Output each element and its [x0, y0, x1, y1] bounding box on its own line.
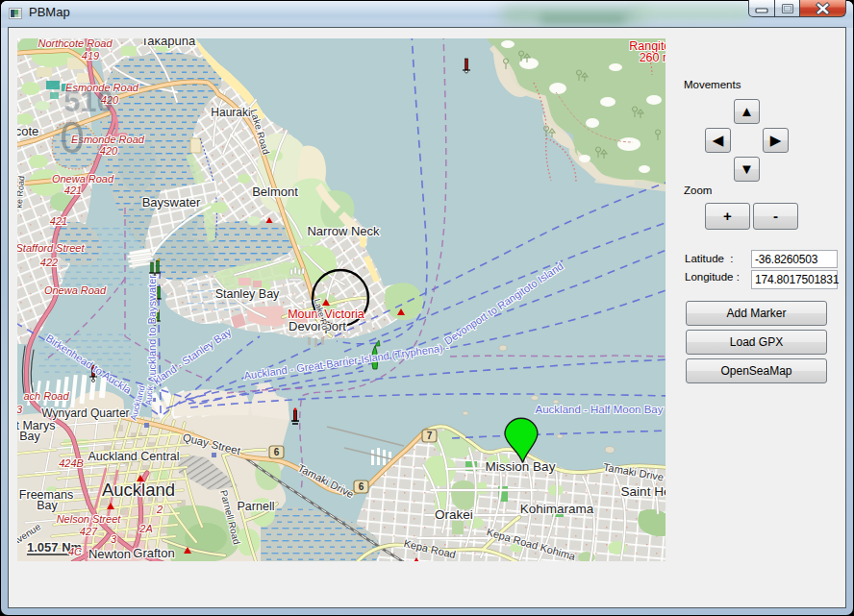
svg-text:Saint Hel: Saint Hel [621, 484, 666, 499]
svg-text:Stafford Street: Stafford Street [17, 242, 85, 254]
svg-text:424B: 424B [59, 457, 84, 469]
svg-text:Onewa Road: Onewa Road [52, 173, 114, 185]
svg-text:421: 421 [64, 185, 82, 196]
svg-text:Newton: Newton [88, 547, 131, 561]
svg-text:ach Road: ach Road [23, 390, 69, 402]
svg-text:Auckland to Bayswater: Auckland to Bayswater [146, 275, 158, 382]
svg-text:7: 7 [427, 431, 433, 441]
svg-text:427: 427 [80, 526, 98, 537]
svg-text:4C: 4C [68, 546, 82, 557]
svg-text:Auckland - Half Moon Bay: Auckland - Half Moon Bay [536, 404, 664, 415]
svg-text:cote: cote [17, 124, 38, 138]
svg-text:Bay: Bay [37, 499, 58, 512]
svg-text:Onewa Road: Onewa Road [44, 284, 107, 296]
svg-text:260 m: 260 m [640, 51, 666, 64]
svg-text:Hauraki: Hauraki [211, 106, 250, 119]
svg-text:422: 422 [40, 257, 58, 268]
svg-text:6: 6 [359, 481, 364, 492]
svg-text:Nelson Street: Nelson Street [57, 513, 122, 525]
svg-text:Stanley Bay: Stanley Bay [215, 287, 280, 301]
svg-text:Auckland: Auckland [102, 480, 175, 500]
svg-text:Narrow Neck: Narrow Neck [307, 224, 380, 238]
svg-text:Belmont: Belmont [252, 185, 298, 199]
svg-text:419: 419 [82, 50, 99, 62]
svg-text:2: 2 [156, 504, 163, 515]
svg-text:Auckland Central: Auckland Central [88, 450, 179, 463]
svg-text:Wynyard Quarter: Wynyard Quarter [41, 407, 129, 420]
svg-text:3: 3 [17, 404, 23, 415]
svg-text:Northcote Road: Northcote Road [38, 38, 113, 49]
svg-text:Bay: Bay [19, 430, 40, 443]
svg-text:Orakei: Orakei [435, 507, 473, 522]
svg-text:Parnell: Parnell [238, 500, 275, 513]
svg-text:Devonport: Devonport [289, 319, 346, 333]
svg-text:0: 0 [60, 112, 85, 162]
svg-text:Mission Bay: Mission Bay [486, 459, 556, 474]
svg-text:Takapuna: Takapuna [141, 38, 196, 48]
svg-text:420: 420 [100, 145, 118, 157]
svg-text:Auck: Auck [143, 385, 155, 406]
svg-text:Bayswater: Bayswater [142, 195, 201, 209]
svg-text:2A: 2A [138, 523, 152, 534]
svg-text:Kohimarama: Kohimarama [520, 502, 594, 516]
svg-text:3: 3 [111, 533, 117, 545]
svg-text:6: 6 [274, 447, 280, 457]
svg-text:421: 421 [50, 215, 67, 227]
svg-text:Grafton: Grafton [133, 546, 174, 560]
